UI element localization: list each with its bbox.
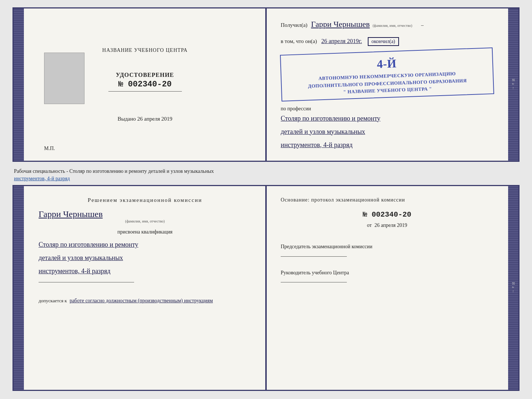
fio-label-top: (фамилия, имя, отчество) bbox=[373, 24, 412, 28]
separator-section: Рабочая специальность - Столяр по изгото… bbox=[12, 165, 520, 185]
edge-stripe-bottom-left bbox=[14, 186, 24, 390]
predsedatel-title: Председатель экзаменационной комиссии bbox=[281, 243, 493, 250]
protocol-num: № 002340-20 bbox=[281, 210, 493, 219]
diploma-top: НАЗВАНИЕ УЧЕБНОГО ЦЕНТРА УДОСТОВЕРЕНИЕ №… bbox=[12, 7, 520, 162]
udostoverenie-title: УДОСТОВЕРЕНИЕ bbox=[116, 72, 174, 78]
divider-bottom-left bbox=[39, 282, 134, 282]
edge-stripe-left bbox=[14, 8, 24, 161]
diploma-left-page: НАЗВАНИЕ УЧЕБНОГО ЦЕНТРА УДОСТОВЕРЕНИЕ №… bbox=[24, 8, 266, 161]
bottom-profession-line1: Столяр по изготовлению и ремонту bbox=[39, 238, 251, 251]
vydano-line: Выдано 26 апреля 2019 bbox=[118, 116, 172, 122]
dash1: – bbox=[421, 22, 424, 28]
recipient-name-bottom: Гарри Чернышев bbox=[39, 209, 103, 219]
bottom-right-page: Основание: протокол экзаменационной коми… bbox=[266, 186, 508, 390]
vtom-line: в том, что он(а) 26 апреля 2019г. окончи… bbox=[281, 37, 493, 46]
poluchil-prefix: Получил(а) bbox=[281, 22, 308, 28]
ot-date: 26 апреля 2019 bbox=[374, 222, 407, 228]
predsedatel-line bbox=[281, 256, 347, 257]
profession-line3: инструментов, 4-й разряд bbox=[281, 138, 493, 152]
rukovoditel-title: Руководитель учебного Центра bbox=[281, 269, 493, 277]
po-professii: по профессии bbox=[281, 106, 493, 112]
ot-line: от 26 апреля 2019 bbox=[281, 222, 493, 228]
separator-text1: Рабочая специальность - Столяр по изгото… bbox=[14, 168, 214, 174]
resheniem-title: Решением экзаменационной комиссии bbox=[39, 197, 251, 203]
profession-line2: деталей и узлов музыкальных bbox=[281, 125, 493, 138]
edge-stripe-bottom-right: И а ← bbox=[508, 186, 518, 390]
center-title: НАЗВАНИЕ УЧЕБНОГО ЦЕНТРА bbox=[102, 47, 187, 53]
stamp-line3: " НАЗВАНИЕ УЧЕБНОГО ЦЕНТРА " bbox=[343, 86, 432, 95]
stamp-grade: 4-й bbox=[285, 51, 488, 76]
prisvoena-line: присвоена квалификация bbox=[39, 229, 251, 235]
bottom-left-page: Решением экзаменационной комиссии Гарри … bbox=[24, 186, 266, 390]
rukovoditel-block: Руководитель учебного Центра bbox=[281, 269, 493, 284]
dopuskaetsya-label: допускается к bbox=[39, 298, 67, 303]
divider bbox=[108, 91, 182, 92]
recipient-name-top: Гарри Чернышев bbox=[311, 19, 370, 29]
profession-line1: Столяр по изготовлению и ремонту bbox=[281, 112, 493, 125]
udostoverenie-num: № 002340-20 bbox=[116, 80, 174, 89]
poluchil-line: Получил(а) Гарри Чернышев (фамилия, имя,… bbox=[281, 19, 493, 29]
ot-prefix: от bbox=[367, 222, 372, 228]
predsedatel-block: Председатель экзаменационной комиссии bbox=[281, 243, 493, 258]
diploma-right-page: Получил(а) Гарри Чернышев (фамилия, имя,… bbox=[266, 8, 508, 161]
diploma-bottom: Решением экзаменационной комиссии Гарри … bbox=[12, 185, 520, 391]
rukovoditel-line bbox=[281, 282, 347, 282]
profession-top: Столяр по изготовлению и ремонту деталей… bbox=[281, 112, 493, 152]
bottom-profession-line2: деталей и узлов музыкальных bbox=[39, 251, 251, 264]
bottom-profession-line3: инструментов, 4-й разряд bbox=[39, 264, 251, 278]
dopusk-text: работе согласно должностным (производств… bbox=[69, 298, 213, 303]
okonchil-box: окончил(а) bbox=[368, 37, 399, 46]
vtom-date: 26 апреля 2019г. bbox=[321, 38, 362, 44]
mp-label: М.П. bbox=[44, 146, 55, 152]
vtom-prefix: в том, что он(а) bbox=[281, 38, 317, 44]
photo-placeholder bbox=[44, 53, 85, 104]
name-block-bottom: Гарри Чернышев (фамилия, имя, отчество) bbox=[39, 209, 251, 223]
vydano-label: Выдано bbox=[118, 116, 136, 122]
vydano-date: 26 апреля 2019 bbox=[137, 116, 173, 122]
edge-stripe-right: И а ← bbox=[508, 8, 518, 161]
stamp-block: 4-й АВТОНОМНУЮ НЕКОММЕРЧЕСКУЮ ОРГАНИЗАЦИ… bbox=[280, 47, 494, 101]
udostoverenie-block: УДОСТОВЕРЕНИЕ № 002340-20 bbox=[116, 72, 174, 89]
profession-bottom: Столяр по изготовлению и ремонту деталей… bbox=[39, 238, 251, 278]
fio-label-bottom: (фамилия, имя, отчество) bbox=[39, 219, 251, 223]
separator-text2: инструментов, 4-й разряд bbox=[14, 176, 70, 181]
dopuskaetsya-line: допускается к работе согласно должностны… bbox=[39, 298, 251, 304]
osnovanie-title: Основание: протокол экзаменационной коми… bbox=[281, 197, 493, 203]
